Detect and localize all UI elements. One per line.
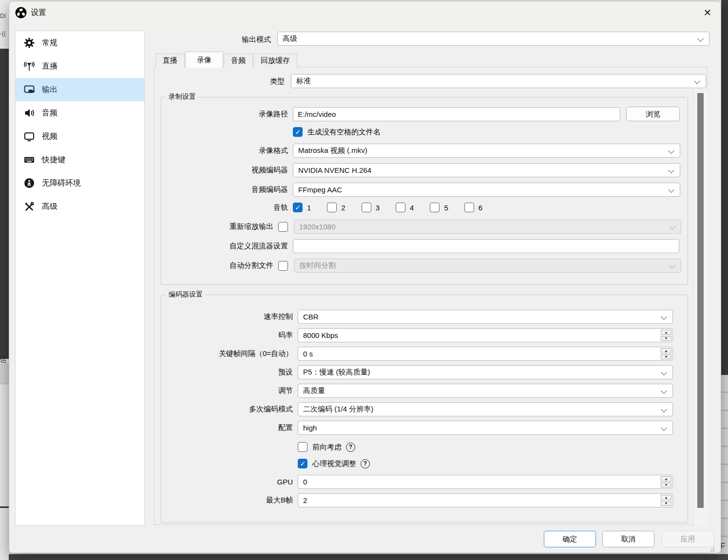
bitrate-stepper[interactable]: 8000 Kbps ▲▼ — [298, 328, 673, 342]
audio-encoder-row: 音频编码器 FFmpeg AAC — [161, 183, 688, 197]
preset-select[interactable]: P5：慢速 (较高质量) — [298, 365, 673, 379]
keyframe-interval-row: 关键帧间隔（0=自动） 0 s ▲▼ — [161, 347, 688, 361]
no-space-filename-checkbox[interactable] — [293, 127, 303, 137]
ok-button[interactable]: 确定 — [544, 531, 596, 547]
auto-split-checkbox[interactable] — [278, 261, 288, 271]
max-bframes-stepper[interactable]: 2 ▲▼ — [298, 493, 673, 507]
chevron-down-icon — [661, 425, 667, 431]
audio-track-6-checkbox[interactable] — [464, 203, 474, 212]
chevron-down-icon — [661, 406, 667, 412]
audio-track-4-checkbox[interactable] — [396, 203, 405, 212]
tab-streaming[interactable]: 直播 — [155, 54, 185, 67]
custom-muxer-input[interactable] — [293, 239, 679, 253]
audio-track-2-checkbox[interactable] — [327, 203, 337, 212]
chevron-down-icon — [669, 224, 675, 230]
sidebar-item-label: 音频 — [42, 108, 57, 118]
spin-up-icon[interactable]: ▲ — [661, 476, 671, 482]
help-icon[interactable]: ? — [346, 443, 355, 452]
broadcast-icon — [23, 60, 35, 72]
title-bar[interactable]: 设置 ✕ — [9, 1, 721, 24]
spin-up-icon[interactable]: ▲ — [661, 495, 671, 500]
background-dark-panel-right — [721, 0, 728, 375]
auto-split-mode-select[interactable]: 按时间分割 — [294, 259, 681, 273]
spin-up-icon[interactable]: ▲ — [661, 330, 671, 335]
sidebar-item-accessibility[interactable]: 无障碍环境 — [16, 171, 144, 195]
audio-encoder-select[interactable]: FFmpeg AAC — [293, 183, 680, 197]
spin-down-icon[interactable]: ▼ — [661, 355, 671, 360]
spin-down-icon[interactable]: ▼ — [661, 501, 671, 506]
output-mode-select[interactable]: 高级 — [277, 32, 709, 46]
sidebar-item-advanced[interactable]: 高级 — [16, 195, 144, 218]
rate-control-row: 速率控制 CBR — [161, 310, 688, 324]
psycho-visual-checkbox[interactable] — [298, 459, 307, 468]
sidebar-item-audio[interactable]: 音频 — [16, 101, 144, 125]
close-icon[interactable]: ✕ — [701, 6, 714, 19]
custom-muxer-row: 自定义混流器设置 — [161, 239, 688, 253]
preset-row: 预设 P5：慢速 (较高质量) — [161, 365, 688, 379]
tuning-select[interactable]: 高质量 — [298, 384, 673, 398]
scrollbar-track[interactable] — [693, 91, 708, 525]
type-label: 类型 — [154, 77, 285, 86]
background-bottom-strip — [9, 554, 728, 560]
background-dark-panel — [0, 49, 9, 359]
sidebar-item-label: 无障碍环境 — [42, 178, 81, 188]
background-text-fragment: DI — [0, 13, 6, 19]
chevron-down-icon — [668, 187, 674, 193]
lookahead-checkbox[interactable] — [298, 442, 307, 452]
spin-down-icon[interactable]: ▼ — [661, 336, 671, 341]
audio-track-1-checkbox[interactable] — [293, 203, 303, 212]
settings-dialog: 设置 ✕ — [9, 1, 721, 553]
rescale-resolution-select[interactable]: 1920x1080 — [294, 220, 681, 234]
help-icon[interactable]: ? — [361, 459, 370, 468]
chevron-down-icon — [668, 148, 674, 154]
rate-control-select[interactable]: CBR — [298, 310, 673, 324]
output-camera-icon — [23, 84, 35, 95]
background-row — [0, 364, 9, 384]
auto-split-row: 自动分割文件 按时间分割 — [161, 259, 688, 273]
tab-audio[interactable]: 音频 — [224, 54, 253, 67]
gpu-stepper[interactable]: 0 ▲▼ — [298, 475, 673, 489]
video-encoder-row: 视频编码器 NVIDIA NVENC H.264 — [161, 163, 688, 177]
type-select[interactable]: 标准 — [291, 74, 706, 88]
gear-icon — [23, 37, 35, 49]
screen: DI -(( 运 F 设置 ✕ — [0, 0, 728, 560]
output-mode-value: 高级 — [283, 34, 297, 43]
sidebar-item-label: 快捷键 — [42, 155, 65, 165]
monitor-icon — [23, 131, 35, 142]
output-tabs: 直播 录像 音频 回放缓存 — [155, 52, 298, 67]
scrollbar-thumb[interactable] — [697, 93, 704, 508]
video-encoder-select[interactable]: NVIDIA NVENC H.264 — [293, 163, 680, 177]
spin-up-icon[interactable]: ▲ — [661, 348, 671, 354]
keyframe-interval-stepper[interactable]: 0 s ▲▼ — [298, 347, 673, 361]
tab-replay-buffer[interactable]: 回放缓存 — [253, 54, 297, 67]
chevron-down-icon — [668, 167, 674, 173]
tools-icon — [23, 201, 35, 212]
output-mode-label: 输出模式 — [155, 35, 271, 44]
recording-path-input[interactable] — [293, 107, 620, 121]
apply-button[interactable]: 应用 — [662, 531, 714, 547]
audio-track-3-checkbox[interactable] — [362, 203, 371, 212]
multipass-select[interactable]: 二次编码 (1/4 分辨率) — [298, 402, 673, 416]
sidebar-item-output[interactable]: 输出 — [16, 78, 144, 101]
sidebar-item-stream[interactable]: 直播 — [16, 55, 144, 78]
audio-track-list: 1 2 3 4 5 6 — [293, 203, 498, 212]
background-text-fragment: -(( — [0, 30, 6, 37]
group-title: 编码器设置 — [166, 290, 205, 299]
profile-select[interactable]: high — [298, 421, 673, 435]
no-space-filename-row: 生成没有空格的文件名 — [161, 127, 688, 137]
tab-recording[interactable]: 录像 — [185, 52, 223, 68]
recording-format-select[interactable]: Matroska 视频 (.mkv) — [293, 144, 680, 158]
accessibility-icon — [23, 177, 35, 189]
resize-grip[interactable] — [708, 547, 713, 553]
sidebar-item-hotkeys[interactable]: 快捷键 — [16, 148, 144, 171]
rescale-output-checkbox[interactable] — [278, 222, 288, 232]
browse-button[interactable]: 浏览 — [626, 107, 680, 121]
psycho-visual-row: 心理视觉调整 ? — [161, 458, 688, 469]
sidebar-item-general[interactable]: 常规 — [16, 31, 144, 55]
cancel-button[interactable]: 取消 — [602, 531, 654, 547]
chevron-down-icon — [694, 78, 700, 84]
sidebar-item-video[interactable]: 视频 — [16, 125, 144, 148]
spin-down-icon[interactable]: ▼ — [661, 483, 671, 488]
audio-track-5-checkbox[interactable] — [430, 203, 440, 212]
multipass-row: 多次编码模式 二次编码 (1/4 分辨率) — [161, 402, 688, 416]
